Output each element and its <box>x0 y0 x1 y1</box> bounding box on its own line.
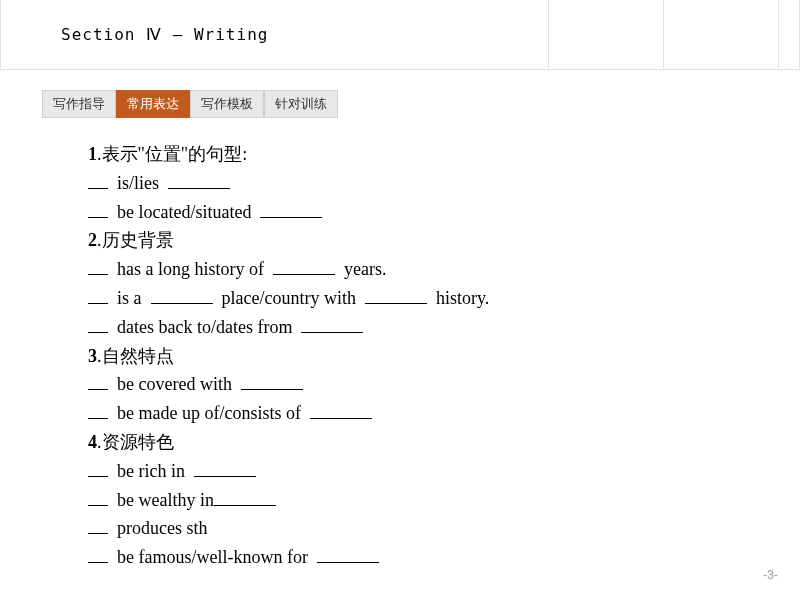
list-item: dates back to/dates from <box>88 313 800 342</box>
header-bar: Section Ⅳ — Writing <box>0 0 800 70</box>
tab-common-expressions[interactable]: 常用表达 <box>116 90 190 118</box>
list-item: be famous/well-known for <box>88 543 800 572</box>
header-empty-cell-2 <box>664 0 779 69</box>
header-empty-cell-1 <box>549 0 664 69</box>
section-4-title: 4.资源特色 <box>88 428 800 457</box>
list-item: produces sth <box>88 514 800 543</box>
tab-targeted-training[interactable]: 针对训练 <box>264 90 338 118</box>
header-title-cell: Section Ⅳ — Writing <box>1 0 549 69</box>
section-2-title: 2.历史背景 <box>88 226 800 255</box>
list-item: be wealthy in <box>88 486 800 515</box>
tabs-container: 写作指导 常用表达 写作模板 针对训练 <box>42 90 800 118</box>
list-item: be located/situated <box>88 198 800 227</box>
page-title: Section Ⅳ — Writing <box>61 25 268 44</box>
list-item: be covered with <box>88 370 800 399</box>
list-item: is a place/country with history. <box>88 284 800 313</box>
tab-writing-template[interactable]: 写作模板 <box>190 90 264 118</box>
page-number: -3- <box>763 568 778 582</box>
list-item: be made up of/consists of <box>88 399 800 428</box>
tab-writing-guide[interactable]: 写作指导 <box>42 90 116 118</box>
header-empty-cell-3 <box>779 0 799 69</box>
list-item: is/lies <box>88 169 800 198</box>
list-item: be rich in <box>88 457 800 486</box>
content-area: 1.表示"位置"的句型: is/lies be located/situated… <box>88 140 800 572</box>
section-3-title: 3.自然特点 <box>88 342 800 371</box>
section-1-title: 1.表示"位置"的句型: <box>88 140 800 169</box>
list-item: has a long history of years. <box>88 255 800 284</box>
